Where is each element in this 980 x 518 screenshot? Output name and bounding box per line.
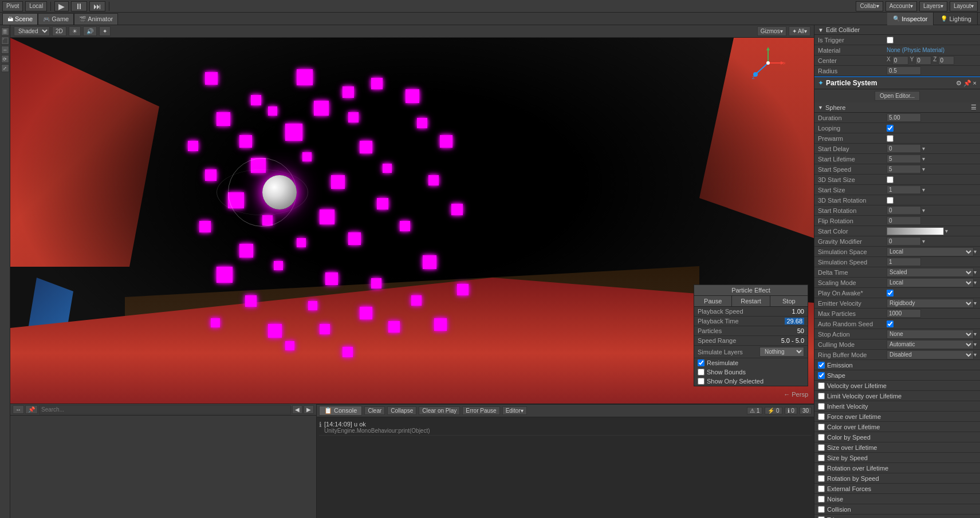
3d-start-size-checkbox[interactable] [887,176,894,183]
pause-button[interactable]: ⏸ [71,1,87,11]
open-editor-button[interactable]: Open Editor... [875,91,920,101]
local-button[interactable]: Local [25,1,47,11]
module-checkbox-12[interactable] [818,485,825,492]
start-rotation-input[interactable] [887,206,921,215]
sphere-label: Sphere [825,104,845,111]
particle-close-icon[interactable]: × [973,80,977,87]
center-y-input[interactable] [915,56,931,65]
restart-button-pp[interactable]: Restart [732,296,770,306]
tab-animator[interactable]: 🎬 Animator [74,13,118,25]
module-checkbox-10[interactable] [818,465,825,472]
module-checkbox-5[interactable] [818,413,825,420]
simulate-layers-select[interactable]: Nothing Everything [759,347,804,357]
sidebar-icon-1[interactable]: ☰ [1,27,9,35]
fx-icon-btn[interactable]: ✦ [99,26,111,36]
start-color-swatch[interactable] [887,227,944,235]
module-checkbox-0[interactable] [818,362,825,369]
duration-input[interactable] [887,113,921,122]
emitter-velocity-select[interactable]: Rigidbody Transform [887,299,974,308]
error-pause-button[interactable]: Error Pause [462,406,499,415]
sidebar-icon-4[interactable]: ⟳ [1,55,9,63]
pause-button-pp[interactable]: Pause [694,296,732,306]
start-delay-input[interactable] [887,144,921,153]
sidebar-icon-3[interactable]: ↔ [1,46,9,54]
lighting-tab[interactable]: 💡 Lighting [935,13,978,25]
delta-time-select[interactable]: Scaled Unscaled [887,268,974,277]
account-button[interactable]: Account▾ [885,1,917,11]
sidebar-icon-5[interactable]: ⤢ [1,64,9,72]
module-checkbox-3[interactable] [818,393,825,400]
pivot-button[interactable]: Pivot [2,1,23,11]
module-checkbox-9[interactable] [818,454,825,461]
shading-select[interactable]: Shaded [14,26,50,36]
next-btn[interactable]: ▶ [304,405,314,414]
expand-btn[interactable]: ↔ [13,405,24,414]
search-input[interactable] [39,405,291,414]
clear-button[interactable]: Clear [364,406,385,415]
simulation-space-select[interactable]: Local World [887,247,974,256]
looping-checkbox[interactable] [887,125,894,132]
play-button[interactable]: ▶ [54,1,69,11]
tab-scene[interactable]: 🏔 Scene [2,13,38,25]
radius-input[interactable] [887,66,921,75]
module-checkbox-14[interactable] [818,506,825,513]
center-z-input[interactable] [938,56,954,65]
module-checkbox-4[interactable] [818,403,825,410]
ring-buffer-mode-select[interactable]: Disabled Pause Until Replaced Loop Until… [887,350,974,359]
clear-on-play-button[interactable]: Clear on Play [419,406,460,415]
prev-btn[interactable]: ◀ [292,405,302,414]
culling-mode-select[interactable]: Automatic Always Simulate Pause and Catc… [887,340,974,349]
console-tab[interactable]: 📋 Console [319,406,362,416]
scene-view[interactable]: X Y Z ← Persp Particle Effect Pause Rest… [10,38,814,404]
scaling-mode-select[interactable]: Local Hierarchy Shape [887,278,974,287]
2d-button[interactable]: 2D [52,26,66,36]
inspector-tab[interactable]: 🔍 Inspector [887,13,934,25]
start-size-input[interactable] [887,185,921,194]
center-x-input[interactable] [892,56,908,65]
particle-pin-icon[interactable]: 📌 [963,80,971,87]
start-lifetime-input[interactable] [887,155,921,163]
module-checkbox-6[interactable] [818,424,825,430]
resimulate-checkbox[interactable] [698,359,705,366]
is-trigger-checkbox[interactable] [887,37,894,44]
particle-38 [245,295,257,307]
audio-icon-btn[interactable]: 🔊 [83,26,97,36]
particle-settings-icon[interactable]: ⚙ [956,80,962,87]
module-checkbox-15[interactable] [818,516,825,519]
light-icon-btn[interactable]: ☀ [69,26,81,36]
play-on-awake-checkbox[interactable] [887,290,894,296]
module-checkbox-13[interactable] [818,496,825,503]
editor-button[interactable]: Editor▾ [502,406,527,415]
module-checkbox-11[interactable] [818,475,825,482]
start-speed-input[interactable] [887,165,921,173]
stop-button-pp[interactable]: Stop [770,296,808,306]
main-layout: ☰ ⬛ ↔ ⟳ ⤢ Shaded 2D ☀ 🔊 ✦ Gizmos▾ ✦ All▾ [0,25,980,518]
prewarm-checkbox[interactable] [887,135,894,142]
show-bounds-checkbox[interactable] [698,369,705,375]
collab-button[interactable]: Collab▾ [856,1,883,11]
3d-start-rotation-checkbox[interactable] [887,197,894,204]
collapse-button[interactable]: Collapse [387,406,416,415]
sidebar-icon-2[interactable]: ⬛ [1,37,9,45]
module-checkbox-8[interactable] [818,444,825,451]
simulation-speed-input[interactable] [887,258,921,266]
tab-game[interactable]: 🎮 Game [38,13,74,25]
module-checkbox-7[interactable] [818,434,825,441]
step-button[interactable]: ⏭ [89,1,105,11]
all-button[interactable]: ✦ All▾ [789,26,810,36]
auto-random-seed-checkbox[interactable] [887,321,894,327]
gravity-modifier-input[interactable] [887,237,921,246]
layers-button[interactable]: Layers▾ [919,1,947,11]
stop-action-select[interactable]: None Disable Destroy Callback [887,330,974,339]
max-particles-input[interactable] [887,309,921,318]
gizmos-button[interactable]: Gizmos▾ [757,26,786,36]
sphere-section-header[interactable]: ▼ Sphere ☰ [814,102,980,113]
3d-start-rotation-row: 3D Start Rotation [814,195,980,205]
flip-rotation-input[interactable] [887,216,921,225]
layout-button[interactable]: Layout▾ [950,1,978,11]
pin-btn[interactable]: 📌 [25,405,38,414]
module-checkbox-1[interactable] [818,372,825,379]
module-checkbox-2[interactable] [818,382,825,389]
sphere-menu-icon[interactable]: ☰ [971,104,977,110]
show-only-selected-checkbox[interactable] [698,378,705,385]
